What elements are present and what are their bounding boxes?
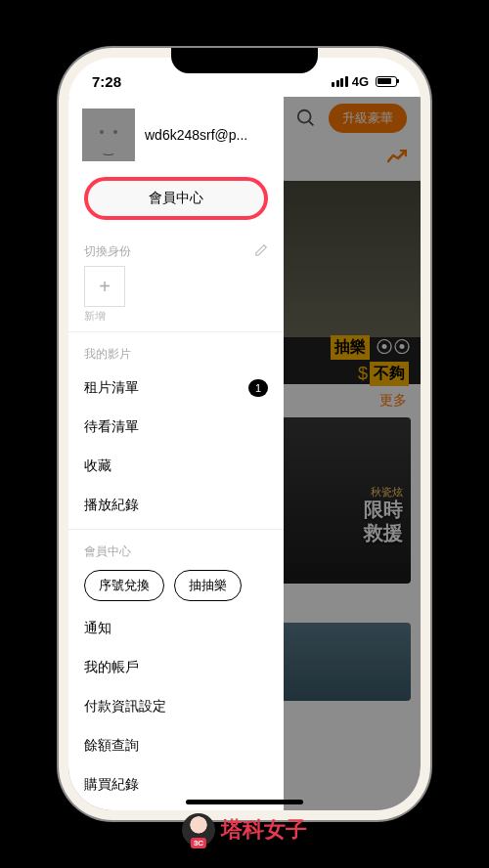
menu-history[interactable]: 播放紀錄	[68, 486, 284, 525]
menu-rental-list[interactable]: 租片清單 1	[68, 369, 284, 408]
phone-screen: 7:28 4G 升級豪華 Discovery B	[68, 58, 421, 810]
notch	[171, 48, 318, 73]
switch-identity-section: 切換身份	[68, 234, 284, 266]
divider	[68, 529, 284, 530]
svg-point-0	[298, 110, 311, 123]
redeem-code-button[interactable]: 序號兌換	[84, 570, 164, 601]
phone-frame: 7:28 4G 升級豪華 Discovery B	[59, 48, 430, 820]
search-icon[interactable]	[295, 108, 317, 129]
divider	[68, 331, 284, 332]
menu-payment-settings[interactable]: 付款資訊設定	[68, 687, 284, 726]
menu-balance[interactable]: 餘額查詢	[68, 726, 284, 765]
profile-row[interactable]: ‿ wd6k248srf@p...	[68, 103, 284, 167]
lottery-button[interactable]: 抽抽樂	[174, 570, 242, 601]
switch-identity-label: 切換身份	[84, 243, 131, 260]
home-indicator[interactable]	[186, 800, 303, 804]
upgrade-button[interactable]: 升級豪華	[329, 104, 407, 133]
menu-watchlist[interactable]: 待看清單	[68, 408, 284, 447]
edit-icon[interactable]	[254, 243, 268, 260]
watermark-avatar-icon	[182, 813, 215, 846]
badge-count: 1	[248, 379, 268, 397]
signal-icon	[332, 76, 348, 87]
battery-icon	[376, 76, 397, 87]
svg-line-1	[309, 121, 314, 126]
menu-my-services[interactable]: 我的服務	[68, 804, 284, 810]
watermark-text: 塔科女子	[221, 815, 307, 845]
username: wd6k248srf@p...	[145, 127, 270, 143]
watermark: 塔科女子	[182, 813, 307, 846]
promo-text-2: 不夠	[370, 362, 409, 386]
avatar: ‿	[82, 108, 135, 161]
promo-text-1: 抽樂	[331, 335, 370, 360]
member-center-button[interactable]: 會員中心	[84, 177, 268, 220]
add-identity-label: 新增	[84, 309, 268, 324]
pill-row: 序號兌換 抽抽樂	[68, 566, 284, 609]
menu-purchase-history[interactable]: 購買紀錄	[68, 765, 284, 804]
network-label: 4G	[352, 74, 369, 89]
coin-icon: $	[358, 364, 368, 384]
film-reel-icon: ⦿⦿	[376, 337, 411, 358]
member-center-section-label: 會員中心	[68, 534, 284, 566]
menu-my-account[interactable]: 我的帳戶	[68, 648, 284, 687]
menu-notifications[interactable]: 通知	[68, 609, 284, 648]
poster-title-overlay: 限時 救援	[364, 498, 403, 544]
add-identity-button[interactable]: +	[84, 266, 125, 307]
status-time: 7:28	[92, 73, 121, 90]
my-videos-section-label: 我的影片	[68, 336, 284, 369]
trending-icon[interactable]	[387, 148, 407, 168]
side-drawer: ‿ wd6k248srf@p... 會員中心 切換身份 + 新增 我的影片	[68, 97, 284, 810]
menu-favorites[interactable]: 收藏	[68, 447, 284, 486]
status-right: 4G	[332, 74, 397, 89]
